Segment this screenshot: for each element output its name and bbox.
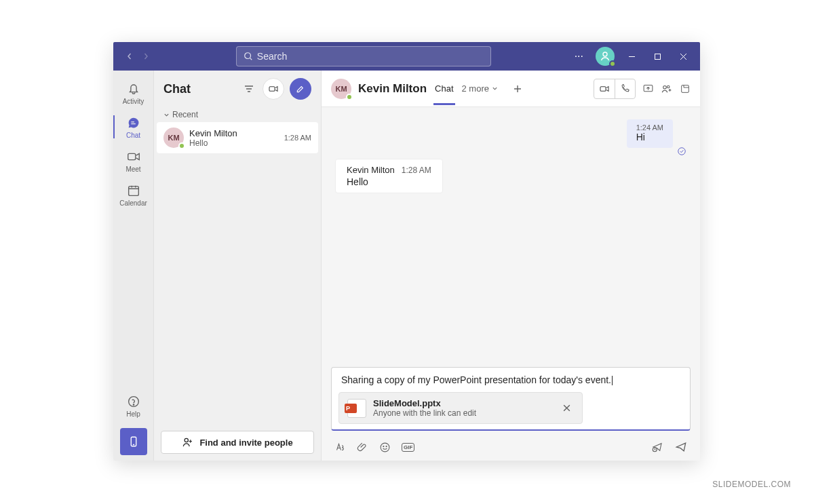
incoming-message[interactable]: Kevin Milton 1:28 AM Hello (335, 159, 443, 193)
title-bar: Search ··· (113, 42, 700, 71)
meet-now-button[interactable] (263, 78, 284, 100)
paperclip-icon (357, 442, 368, 453)
svg-point-19 (383, 446, 384, 446)
svg-rect-12 (600, 86, 606, 91)
video-call-button[interactable] (594, 79, 615, 98)
video-icon (599, 83, 610, 94)
tab-chat[interactable]: Chat (433, 83, 454, 94)
bell-icon (126, 81, 141, 96)
close-button[interactable] (674, 47, 692, 65)
tabs-more-label: 2 more (462, 83, 489, 94)
chat-item-text: Kevin Milton Hello (189, 128, 279, 148)
add-people-button[interactable] (661, 83, 673, 95)
rail-activity[interactable]: Activity (113, 76, 154, 110)
popout-button[interactable] (680, 83, 691, 94)
conversation-avatar: KM (331, 79, 351, 99)
more-options-button[interactable]: ··· (570, 50, 587, 62)
svg-rect-6 (128, 186, 138, 195)
search-icon (244, 52, 253, 61)
svg-point-15 (667, 85, 670, 88)
format-icon (334, 441, 346, 453)
message-timestamp: 1:24 AM (636, 123, 663, 132)
attachment-permission: Anyone with the link can edit (373, 408, 553, 418)
contact-name: Kevin Milton (189, 128, 279, 138)
user-avatar[interactable] (596, 47, 615, 66)
svg-rect-3 (131, 121, 134, 122)
presence-available-icon (609, 60, 616, 67)
message-list: 1:24 AM Hi Kevin Milton 1:28 AM Hello (322, 107, 700, 367)
conversation-initials: KM (335, 85, 347, 93)
presence-available-icon (346, 94, 353, 100)
conversation-panel: KM Kevin Milton Chat 2 more (322, 71, 700, 461)
message-timestamp: 1:28 AM (402, 166, 431, 175)
send-later-icon (651, 441, 663, 453)
find-invite-people-button[interactable]: Find and invite people (161, 431, 314, 454)
person-add-icon (182, 436, 194, 448)
chevron-down-icon (492, 85, 498, 92)
send-button[interactable] (674, 440, 688, 454)
attach-button[interactable] (357, 442, 368, 453)
read-receipt-icon (677, 147, 686, 156)
audio-call-button[interactable] (615, 79, 635, 98)
compose-input[interactable]: Sharing a copy of my PowerPoint presenta… (338, 373, 683, 392)
teams-window: Search ··· Activity Chat (113, 42, 700, 461)
svg-rect-5 (128, 153, 135, 159)
remove-attachment-button[interactable] (560, 401, 574, 415)
rail-meet-label: Meet (125, 166, 140, 173)
plus-icon (513, 84, 522, 94)
people-add-icon (661, 83, 673, 95)
conversation-title: Kevin Milton (358, 82, 427, 96)
svg-point-14 (663, 85, 667, 89)
new-chat-button[interactable] (290, 78, 311, 100)
minimize-button[interactable] (623, 47, 640, 65)
video-icon (268, 83, 279, 94)
presence-available-icon (178, 142, 185, 149)
attachment-card[interactable]: P SlideModel.pptx Anyone with the link c… (338, 392, 583, 424)
recent-label: Recent (172, 110, 198, 119)
rail-help[interactable]: Help (113, 389, 154, 423)
rail-activity-label: Activity (123, 98, 144, 105)
message-text: Hi (636, 132, 663, 142)
schedule-send-button[interactable] (651, 441, 663, 453)
gif-icon: GIF (402, 443, 414, 452)
recent-section[interactable]: Recent (154, 107, 321, 122)
app-rail: Activity Chat Meet Calendar Help (113, 71, 154, 461)
add-tab-button[interactable] (510, 81, 525, 96)
search-input[interactable]: Search (236, 46, 491, 66)
forward-button[interactable] (139, 50, 153, 63)
video-icon (126, 149, 141, 164)
rail-calendar[interactable]: Calendar (113, 178, 154, 212)
emoji-button[interactable] (379, 442, 391, 453)
phone-icon (620, 83, 630, 94)
chat-icon (126, 115, 141, 130)
rail-chat-label: Chat (126, 132, 140, 139)
close-icon (562, 404, 571, 412)
chat-list-panel: Chat Recent KM (154, 71, 322, 461)
rail-chat[interactable]: Chat (113, 110, 154, 144)
tabs-more[interactable]: 2 more (462, 83, 498, 94)
chat-list-item[interactable]: KM Kevin Milton Hello 1:28 AM (157, 122, 318, 153)
outgoing-bubble[interactable]: 1:24 AM Hi (627, 119, 673, 148)
filter-button[interactable] (241, 81, 257, 97)
message-composer[interactable]: Sharing a copy of my PowerPoint presenta… (331, 367, 691, 431)
compose-icon (295, 83, 306, 94)
svg-rect-16 (682, 85, 689, 92)
share-screen-button[interactable] (642, 83, 654, 94)
back-button[interactable] (123, 50, 136, 63)
send-icon (674, 440, 688, 454)
svg-point-0 (245, 53, 251, 59)
message-text: Hello (347, 176, 431, 187)
format-button[interactable] (334, 441, 346, 453)
svg-point-20 (386, 446, 387, 446)
svg-point-17 (678, 148, 686, 155)
attachment-filename: SlideModel.pptx (373, 398, 553, 408)
gif-button[interactable]: GIF (402, 443, 414, 452)
rail-meet[interactable]: Meet (113, 144, 154, 178)
svg-point-18 (381, 443, 389, 452)
outgoing-message: 1:24 AM Hi (335, 119, 686, 148)
filter-icon (244, 83, 254, 94)
rail-mobile-button[interactable] (120, 428, 147, 455)
maximize-button[interactable] (648, 47, 666, 65)
svg-point-1 (603, 52, 607, 56)
compose-toolbar: GIF (322, 438, 700, 461)
